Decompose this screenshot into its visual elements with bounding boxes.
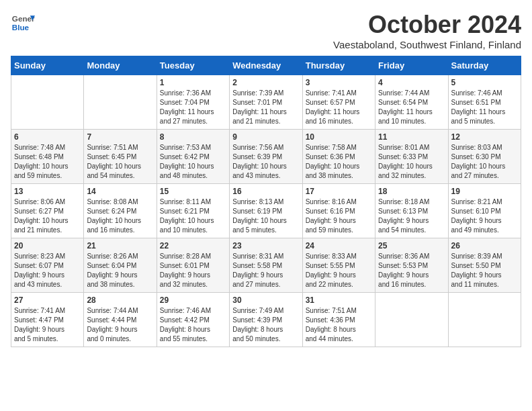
day-number: 28 [87, 295, 153, 305]
calendar-cell: 26Sunrise: 8:39 AM Sunset: 5:50 PM Dayli… [448, 238, 521, 293]
day-number: 3 [306, 78, 372, 87]
calendar-week-3: 13Sunrise: 8:06 AM Sunset: 6:27 PM Dayli… [11, 184, 521, 238]
day-info: Sunrise: 7:44 AM Sunset: 4:44 PM Dayligh… [87, 306, 153, 344]
day-number: 10 [306, 132, 372, 142]
calendar-cell: 25Sunrise: 8:36 AM Sunset: 5:53 PM Dayli… [375, 238, 448, 293]
day-info: Sunrise: 8:36 AM Sunset: 5:53 PM Dayligh… [378, 252, 445, 289]
calendar-cell: 17Sunrise: 8:16 AM Sunset: 6:16 PM Dayli… [302, 184, 375, 238]
day-number: 15 [160, 187, 226, 196]
day-info: Sunrise: 8:31 AM Sunset: 5:58 PM Dayligh… [232, 252, 299, 289]
calendar-subtitle: Vaestaboland, Southwest Finland, Finland [333, 39, 521, 50]
calendar-cell [84, 75, 157, 130]
day-info: Sunrise: 7:56 AM Sunset: 6:39 PM Dayligh… [232, 143, 299, 181]
day-info: Sunrise: 8:11 AM Sunset: 6:21 PM Dayligh… [160, 197, 226, 235]
col-thursday: Thursday [302, 56, 375, 75]
calendar-week-1: 1Sunrise: 7:36 AM Sunset: 7:04 PM Daylig… [11, 75, 521, 130]
calendar-cell: 7Sunrise: 7:51 AM Sunset: 6:45 PM Daylig… [84, 130, 157, 184]
day-info: Sunrise: 8:21 AM Sunset: 6:10 PM Dayligh… [451, 197, 518, 235]
calendar-cell: 19Sunrise: 8:21 AM Sunset: 6:10 PM Dayli… [448, 184, 521, 238]
day-number: 4 [378, 78, 445, 87]
day-number: 20 [14, 241, 81, 250]
calendar-cell: 3Sunrise: 7:41 AM Sunset: 6:57 PM Daylig… [302, 75, 375, 130]
calendar-cell [11, 75, 84, 130]
col-friday: Friday [375, 56, 448, 75]
calendar-week-2: 6Sunrise: 7:48 AM Sunset: 6:48 PM Daylig… [11, 130, 521, 184]
day-info: Sunrise: 8:28 AM Sunset: 6:01 PM Dayligh… [160, 252, 226, 289]
day-info: Sunrise: 7:49 AM Sunset: 4:39 PM Dayligh… [232, 306, 299, 344]
svg-text:General: General [12, 14, 35, 23]
day-info: Sunrise: 7:44 AM Sunset: 6:54 PM Dayligh… [378, 89, 445, 126]
calendar-week-5: 27Sunrise: 7:41 AM Sunset: 4:47 PM Dayli… [11, 293, 521, 347]
day-info: Sunrise: 7:51 AM Sunset: 4:36 PM Dayligh… [306, 306, 372, 344]
calendar-cell [448, 293, 521, 347]
day-number: 17 [306, 187, 372, 196]
calendar-cell: 27Sunrise: 7:41 AM Sunset: 4:47 PM Dayli… [11, 293, 84, 347]
day-number: 18 [378, 187, 445, 196]
day-info: Sunrise: 7:36 AM Sunset: 7:04 PM Dayligh… [160, 89, 226, 126]
calendar-cell: 12Sunrise: 8:03 AM Sunset: 6:30 PM Dayli… [448, 130, 521, 184]
calendar-cell: 20Sunrise: 8:23 AM Sunset: 6:07 PM Dayli… [11, 238, 84, 293]
day-number: 23 [232, 241, 299, 250]
col-monday: Monday [84, 56, 157, 75]
day-number: 21 [87, 241, 153, 250]
calendar-cell: 28Sunrise: 7:44 AM Sunset: 4:44 PM Dayli… [84, 293, 157, 347]
day-number: 25 [378, 241, 445, 250]
day-info: Sunrise: 8:23 AM Sunset: 6:07 PM Dayligh… [14, 252, 81, 289]
calendar-cell: 8Sunrise: 7:53 AM Sunset: 6:42 PM Daylig… [157, 130, 229, 184]
svg-text:Blue: Blue [12, 23, 30, 32]
day-info: Sunrise: 8:06 AM Sunset: 6:27 PM Dayligh… [14, 197, 81, 235]
calendar-cell [375, 293, 448, 347]
day-info: Sunrise: 8:18 AM Sunset: 6:13 PM Dayligh… [378, 197, 445, 235]
day-number: 22 [160, 241, 226, 250]
day-number: 13 [14, 187, 81, 196]
calendar-cell: 30Sunrise: 7:49 AM Sunset: 4:39 PM Dayli… [230, 293, 302, 347]
day-info: Sunrise: 8:33 AM Sunset: 5:55 PM Dayligh… [306, 252, 372, 289]
calendar-cell: 2Sunrise: 7:39 AM Sunset: 7:01 PM Daylig… [230, 75, 302, 130]
day-number: 7 [87, 132, 153, 142]
calendar-cell: 4Sunrise: 7:44 AM Sunset: 6:54 PM Daylig… [375, 75, 448, 130]
day-number: 26 [451, 241, 518, 250]
day-info: Sunrise: 7:53 AM Sunset: 6:42 PM Dayligh… [160, 143, 226, 181]
calendar-cell: 29Sunrise: 7:46 AM Sunset: 4:42 PM Dayli… [157, 293, 229, 347]
col-wednesday: Wednesday [230, 56, 302, 75]
day-info: Sunrise: 8:01 AM Sunset: 6:33 PM Dayligh… [378, 143, 445, 181]
day-number: 6 [14, 132, 81, 142]
day-info: Sunrise: 7:39 AM Sunset: 7:01 PM Dayligh… [232, 89, 299, 126]
day-number: 14 [87, 187, 153, 196]
day-info: Sunrise: 8:16 AM Sunset: 6:16 PM Dayligh… [306, 197, 372, 235]
calendar-cell: 5Sunrise: 7:46 AM Sunset: 6:51 PM Daylig… [448, 75, 521, 130]
calendar-cell: 24Sunrise: 8:33 AM Sunset: 5:55 PM Dayli… [302, 238, 375, 293]
day-info: Sunrise: 8:39 AM Sunset: 5:50 PM Dayligh… [451, 252, 518, 289]
title-area: October 2024 Vaestaboland, Southwest Fin… [333, 11, 521, 50]
calendar-cell: 13Sunrise: 8:06 AM Sunset: 6:27 PM Dayli… [11, 184, 84, 238]
calendar-cell: 1Sunrise: 7:36 AM Sunset: 7:04 PM Daylig… [157, 75, 229, 130]
header: General Blue October 2024 Vaestaboland, … [11, 11, 521, 50]
day-number: 30 [232, 295, 299, 305]
day-info: Sunrise: 8:13 AM Sunset: 6:19 PM Dayligh… [232, 197, 299, 235]
day-info: Sunrise: 7:48 AM Sunset: 6:48 PM Dayligh… [14, 143, 81, 181]
calendar-cell: 16Sunrise: 8:13 AM Sunset: 6:19 PM Dayli… [230, 184, 302, 238]
day-number: 9 [232, 132, 299, 142]
calendar-cell: 6Sunrise: 7:48 AM Sunset: 6:48 PM Daylig… [11, 130, 84, 184]
calendar-cell: 11Sunrise: 8:01 AM Sunset: 6:33 PM Dayli… [375, 130, 448, 184]
day-info: Sunrise: 7:51 AM Sunset: 6:45 PM Dayligh… [87, 143, 153, 181]
day-number: 5 [451, 78, 518, 87]
day-number: 24 [306, 241, 372, 250]
day-number: 29 [160, 295, 226, 305]
calendar-cell: 9Sunrise: 7:56 AM Sunset: 6:39 PM Daylig… [230, 130, 302, 184]
day-number: 27 [14, 295, 81, 305]
calendar-body: 1Sunrise: 7:36 AM Sunset: 7:04 PM Daylig… [11, 75, 521, 347]
calendar-header: Sunday Monday Tuesday Wednesday Thursday… [11, 56, 521, 75]
calendar-cell: 22Sunrise: 8:28 AM Sunset: 6:01 PM Dayli… [157, 238, 229, 293]
col-sunday: Sunday [11, 56, 84, 75]
calendar-week-4: 20Sunrise: 8:23 AM Sunset: 6:07 PM Dayli… [11, 238, 521, 293]
day-info: Sunrise: 7:58 AM Sunset: 6:36 PM Dayligh… [306, 143, 372, 181]
day-info: Sunrise: 8:08 AM Sunset: 6:24 PM Dayligh… [87, 197, 153, 235]
day-number: 19 [451, 187, 518, 196]
day-number: 11 [378, 132, 445, 142]
calendar-cell: 31Sunrise: 7:51 AM Sunset: 4:36 PM Dayli… [302, 293, 375, 347]
col-saturday: Saturday [448, 56, 521, 75]
day-number: 31 [306, 295, 372, 305]
calendar-cell: 21Sunrise: 8:26 AM Sunset: 6:04 PM Dayli… [84, 238, 157, 293]
logo-icon: General Blue [11, 11, 35, 35]
